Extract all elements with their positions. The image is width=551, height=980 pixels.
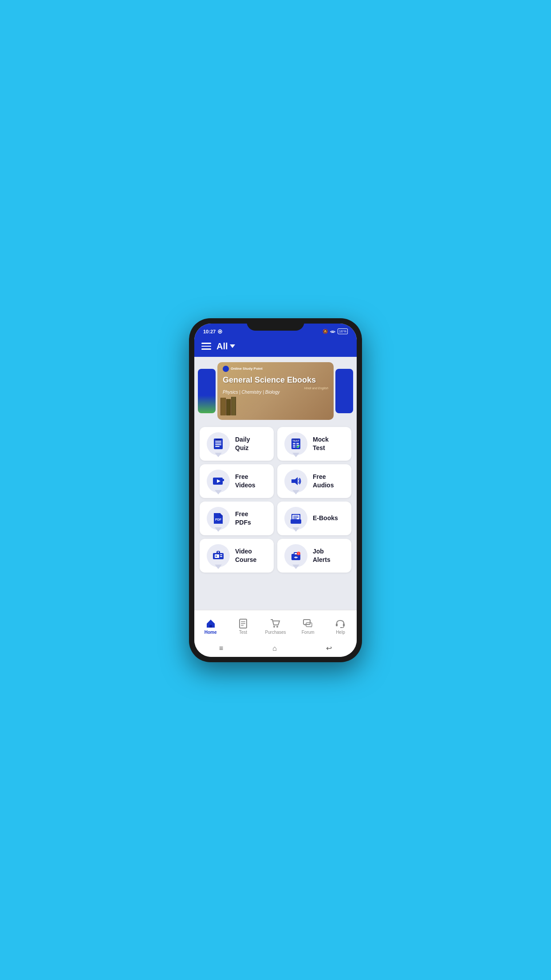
svg-rect-51 bbox=[241, 623, 245, 624]
svg-rect-9 bbox=[215, 441, 221, 442]
mock-test-icon-wrap: TEST bbox=[284, 432, 307, 455]
banner-description: Physics | Chemistry | Biology bbox=[223, 390, 328, 395]
svg-rect-10 bbox=[215, 443, 221, 443]
svg-rect-20 bbox=[296, 445, 299, 446]
status-time: 10:27 bbox=[203, 329, 216, 334]
svg-marker-26 bbox=[291, 477, 298, 485]
svg-rect-17 bbox=[293, 443, 295, 444]
phone-frame: 10:27 🔕 16 % bbox=[189, 318, 362, 662]
test-icon: TEST bbox=[290, 438, 302, 450]
video-course-icon-wrap bbox=[207, 544, 230, 567]
svg-rect-25 bbox=[223, 479, 224, 481]
headset-icon bbox=[335, 618, 346, 629]
status-left: 10:27 bbox=[203, 329, 223, 334]
svg-rect-11 bbox=[215, 444, 221, 445]
free-videos-label: FreeVideos bbox=[235, 473, 256, 489]
mock-test-card[interactable]: TEST MockTest bbox=[277, 427, 351, 461]
ebooks-card[interactable]: E-Books bbox=[277, 502, 351, 535]
forum-icon bbox=[303, 618, 313, 629]
daily-quiz-card[interactable]: DailyQuiz bbox=[200, 427, 274, 461]
free-videos-card[interactable]: FreeVideos bbox=[200, 464, 274, 498]
video-course-label: VideoCourse bbox=[235, 547, 256, 563]
wifi-icon bbox=[330, 329, 336, 334]
banner-subtitle: Hindi and English bbox=[223, 387, 328, 390]
category-dropdown[interactable]: All bbox=[216, 341, 235, 352]
audio-icon bbox=[290, 475, 302, 487]
svg-rect-33 bbox=[293, 518, 297, 519]
free-pdfs-icon-wrap: PDF bbox=[207, 507, 230, 530]
bottom-nav: Home Test Purchases bbox=[194, 610, 357, 641]
nav-home[interactable]: Home bbox=[194, 618, 227, 635]
main-content: Online Study Point General Science Ebook… bbox=[194, 357, 357, 610]
svg-point-54 bbox=[276, 626, 278, 628]
svg-rect-37 bbox=[220, 554, 222, 555]
phone-screen: 10:27 🔕 16 % bbox=[194, 324, 357, 657]
nav-forum[interactable]: Forum bbox=[292, 618, 324, 635]
nav-help-label: Help bbox=[336, 630, 345, 635]
svg-rect-3 bbox=[221, 398, 225, 415]
job-alerts-card[interactable]: ! JobAlerts bbox=[277, 539, 351, 573]
course-icon bbox=[212, 549, 224, 562]
banner-prev bbox=[198, 369, 216, 413]
free-audios-label: FreeAudios bbox=[313, 473, 334, 489]
nav-test-label: Test bbox=[239, 630, 247, 635]
free-pdfs-label: FreePDFs bbox=[235, 510, 251, 526]
cart-icon bbox=[270, 618, 281, 629]
free-pdfs-card[interactable]: PDF FreePDFs bbox=[200, 502, 274, 535]
nav-forum-label: Forum bbox=[302, 630, 315, 635]
battery-level: 16 bbox=[339, 329, 343, 333]
svg-rect-55 bbox=[303, 620, 310, 624]
svg-text:TEST: TEST bbox=[292, 439, 299, 442]
gps-icon bbox=[217, 329, 223, 334]
status-right: 🔕 16 % bbox=[323, 328, 348, 334]
category-label: All bbox=[216, 341, 228, 352]
nav-test[interactable]: Test bbox=[227, 618, 259, 635]
svg-rect-13 bbox=[216, 439, 221, 441]
pdf-icon: PDF bbox=[212, 512, 224, 525]
svg-rect-52 bbox=[241, 625, 244, 626]
svg-rect-5 bbox=[227, 399, 230, 415]
android-menu-btn[interactable]: ≡ bbox=[219, 644, 223, 652]
job-alerts-icon-wrap: ! bbox=[284, 544, 307, 567]
svg-rect-19 bbox=[293, 445, 295, 446]
svg-rect-18 bbox=[296, 443, 299, 444]
free-videos-icon-wrap bbox=[207, 470, 230, 493]
svg-rect-38 bbox=[220, 556, 222, 557]
android-nav-bar: ≡ ⌂ ↩ bbox=[194, 641, 357, 657]
app-header: All bbox=[194, 338, 357, 357]
svg-rect-48 bbox=[209, 625, 212, 628]
android-back-btn[interactable]: ↩ bbox=[326, 644, 332, 652]
svg-point-53 bbox=[273, 626, 275, 628]
daily-quiz-icon-wrap bbox=[207, 432, 230, 455]
nav-purchases[interactable]: Purchases bbox=[259, 618, 291, 635]
svg-rect-21 bbox=[293, 447, 295, 447]
svg-rect-7 bbox=[232, 397, 236, 415]
mute-icon: 🔕 bbox=[323, 329, 328, 334]
hamburger-menu[interactable] bbox=[201, 343, 211, 350]
svg-rect-31 bbox=[293, 516, 299, 517]
banner-logo: Online Study Point bbox=[223, 366, 328, 372]
banner-section: Online Study Point General Science Ebook… bbox=[194, 357, 357, 425]
banner-title: General Science Ebooks bbox=[223, 375, 328, 385]
ebooks-label: E-Books bbox=[313, 514, 338, 522]
job-alerts-label: JobAlerts bbox=[313, 547, 331, 563]
free-audios-icon-wrap bbox=[284, 470, 307, 493]
battery-icon: 16 % bbox=[338, 328, 348, 334]
svg-point-1 bbox=[219, 331, 221, 332]
free-audios-card[interactable]: FreeAudios bbox=[277, 464, 351, 498]
feature-grid: DailyQuiz TEST bbox=[194, 425, 357, 576]
quiz-icon bbox=[212, 438, 224, 450]
svg-text:PDF: PDF bbox=[215, 518, 222, 521]
svg-rect-58 bbox=[343, 624, 345, 626]
banner-logo-text: Online Study Point bbox=[231, 367, 263, 371]
svg-rect-12 bbox=[215, 446, 220, 447]
android-home-btn[interactable]: ⌂ bbox=[272, 644, 277, 652]
nav-home-label: Home bbox=[205, 630, 217, 635]
ebooks-icon-wrap bbox=[284, 507, 307, 530]
daily-quiz-label: DailyQuiz bbox=[235, 435, 250, 451]
video-course-card[interactable]: VideoCourse bbox=[200, 539, 274, 573]
banner-main[interactable]: Online Study Point General Science Ebook… bbox=[217, 362, 334, 420]
svg-rect-32 bbox=[293, 517, 299, 518]
nav-help[interactable]: Help bbox=[324, 618, 357, 635]
nav-test-icon bbox=[238, 618, 248, 629]
